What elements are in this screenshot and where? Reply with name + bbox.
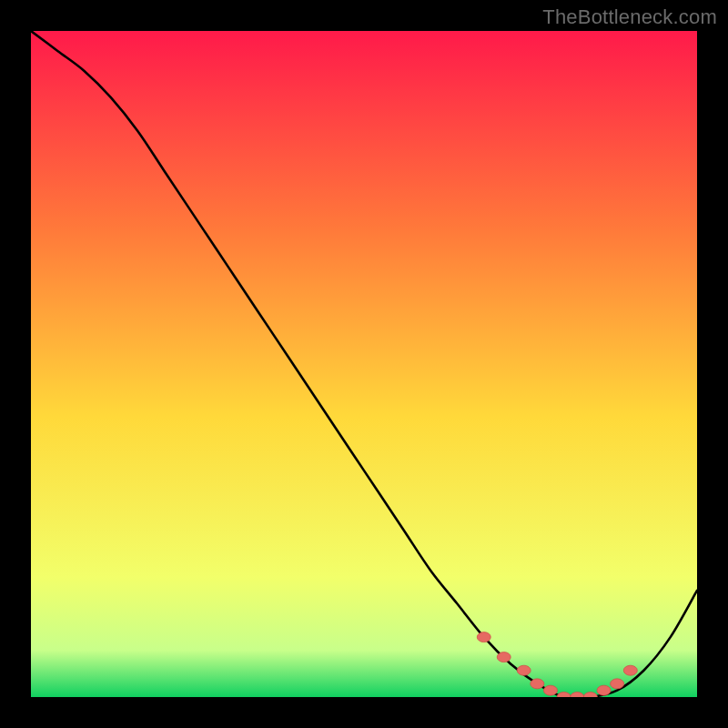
watermark-text: TheBottleneck.com	[542, 5, 717, 29]
optimal-marker	[623, 665, 637, 675]
optimal-marker	[497, 652, 511, 662]
gradient-background	[31, 31, 697, 697]
optimal-marker	[517, 665, 531, 675]
chart-frame	[31, 31, 697, 697]
optimal-marker	[543, 685, 557, 695]
optimal-marker	[531, 679, 544, 689]
bottleneck-chart	[31, 31, 697, 697]
optimal-marker	[477, 632, 490, 642]
optimal-marker	[597, 685, 611, 695]
optimal-marker	[611, 679, 624, 689]
